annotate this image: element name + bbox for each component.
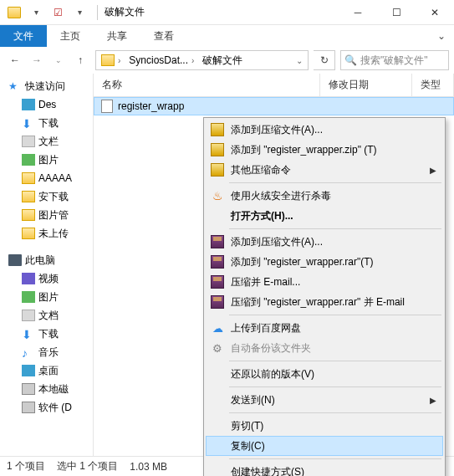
qat-dropdown-icon[interactable]: ▾	[27, 3, 45, 22]
file-icon	[101, 100, 113, 113]
status-size: 1.03 MB	[130, 461, 167, 473]
tab-share[interactable]: 共享	[94, 25, 140, 47]
qat-overflow-icon[interactable]: ▾	[70, 3, 89, 22]
ctx-other-zip[interactable]: 其他压缩命令▶	[206, 160, 443, 180]
ctx-upload-baidu[interactable]: ☁上传到百度网盘	[206, 318, 443, 338]
zip-icon	[211, 123, 224, 136]
refresh-button[interactable]: ↻	[314, 50, 335, 70]
tab-view[interactable]: 查看	[140, 25, 187, 47]
sidebar-item[interactable]: 图片管	[0, 206, 93, 224]
tab-home[interactable]: 主页	[47, 25, 94, 47]
search-placeholder: 搜索"破解文件"	[360, 54, 428, 68]
rar-icon	[211, 295, 224, 309]
zip-icon	[211, 163, 224, 177]
ctx-send-to[interactable]: 发送到(N)▶	[206, 390, 443, 410]
rar-icon	[211, 255, 224, 269]
ctx-open-with[interactable]: 打开方式(H)...	[206, 206, 443, 226]
ctx-create-shortcut[interactable]: 创建快捷方式(S)	[206, 462, 443, 476]
col-date[interactable]: 修改日期	[320, 74, 412, 96]
sidebar-this-pc[interactable]: 此电脑	[0, 251, 93, 269]
sidebar-item[interactable]: 安下载	[0, 187, 93, 206]
breadcrumb-seg[interactable]: SynciosDat...	[129, 54, 188, 66]
folder-app-icon	[5, 3, 23, 22]
sidebar-item[interactable]: 文档	[0, 306, 93, 325]
rar-icon	[211, 275, 224, 289]
maximize-button[interactable]: ☐	[377, 0, 416, 25]
gear-icon: ⚙	[211, 341, 224, 355]
sidebar-item[interactable]: AAAAA	[0, 169, 93, 187]
nav-sidebar: ★快速访问 Des ⬇下载 文栏 图片 AAAAA 安下载 图片管 未上传 此电…	[0, 74, 94, 456]
nav-up-button[interactable]: ↑	[70, 50, 90, 70]
ctx-copy[interactable]: 复制(C)	[206, 436, 443, 456]
file-name: register_wrapp	[118, 100, 184, 112]
minimize-button[interactable]: ─	[339, 0, 377, 25]
status-selected: 选中 1 个项目	[57, 459, 118, 473]
breadcrumb-seg[interactable]: 破解文件	[202, 54, 242, 68]
fire-icon: ♨	[211, 189, 224, 202]
sidebar-item[interactable]: 视频	[0, 269, 93, 288]
sidebar-item[interactable]: 本地磁	[0, 380, 93, 398]
ctx-antivirus[interactable]: ♨使用火绒安全进行杀毒	[206, 186, 443, 206]
sidebar-item[interactable]: ⬇下载	[0, 325, 93, 343]
chevron-right-icon: ▶	[430, 166, 436, 175]
col-type[interactable]: 类型	[412, 74, 454, 96]
sidebar-item[interactable]: 图片	[0, 288, 93, 306]
sidebar-item[interactable]: 图片	[0, 151, 93, 169]
nav-forward-button[interactable]: →	[27, 50, 47, 70]
search-input[interactable]: 🔍 搜索"破解文件"	[340, 50, 449, 70]
sidebar-quick-access[interactable]: ★快速访问	[0, 77, 93, 95]
tab-file[interactable]: 文件	[0, 25, 47, 47]
sidebar-item[interactable]: 文栏	[0, 132, 93, 151]
sidebar-item[interactable]: ⬇下载	[0, 114, 93, 132]
nav-back-button[interactable]: ←	[5, 50, 25, 70]
nav-recent-button[interactable]: ⌄	[48, 50, 69, 70]
ctx-add-zip[interactable]: 添加到 "register_wrapper.zip" (T)	[206, 140, 443, 160]
sidebar-item[interactable]: Des	[0, 95, 93, 114]
file-row-selected[interactable]: register_wrapp	[94, 97, 454, 115]
col-name[interactable]: 名称	[94, 74, 320, 96]
context-menu: 添加到压缩文件(A)... 添加到 "register_wrapper.zip"…	[203, 117, 446, 476]
sidebar-item[interactable]: 未上传	[0, 224, 93, 243]
rar-icon	[211, 235, 224, 248]
ctx-cut[interactable]: 剪切(T)	[206, 416, 443, 436]
column-headers[interactable]: 名称 修改日期 类型	[94, 74, 454, 97]
ctx-add-rar-named[interactable]: 添加到 "register_wrapper.rar"(T)	[206, 252, 443, 272]
cloud-icon: ☁	[211, 321, 224, 335]
status-count: 1 个项目	[7, 459, 45, 473]
ribbon-expand-icon[interactable]: ⌄	[429, 25, 454, 47]
address-bar[interactable]: › SynciosDat...› 破解文件 ⌄	[95, 50, 309, 70]
ctx-auto-backup: ⚙自动备份该文件夹	[206, 338, 443, 358]
zip-icon	[211, 143, 224, 156]
chevron-right-icon: ▶	[430, 396, 436, 405]
ctx-compress-rar-email[interactable]: 压缩到 "register_wrapper.rar" 并 E-mail	[206, 292, 443, 312]
ctx-add-rar[interactable]: 添加到压缩文件(A)...	[206, 232, 443, 252]
sidebar-item[interactable]: 软件 (D	[0, 398, 93, 417]
qat-properties-icon[interactable]: ☑	[48, 3, 67, 22]
search-icon: 🔍	[344, 54, 357, 66]
ctx-restore-prev[interactable]: 还原以前的版本(V)	[206, 364, 443, 384]
ctx-compress-email[interactable]: 压缩并 E-mail...	[206, 272, 443, 292]
ctx-add-archive[interactable]: 添加到压缩文件(A)...	[206, 120, 443, 140]
sidebar-item[interactable]: ♪音乐	[0, 343, 93, 361]
sidebar-item[interactable]: 桌面	[0, 361, 93, 380]
window-title: 破解文件	[101, 5, 145, 19]
close-button[interactable]: ✕	[416, 0, 454, 25]
